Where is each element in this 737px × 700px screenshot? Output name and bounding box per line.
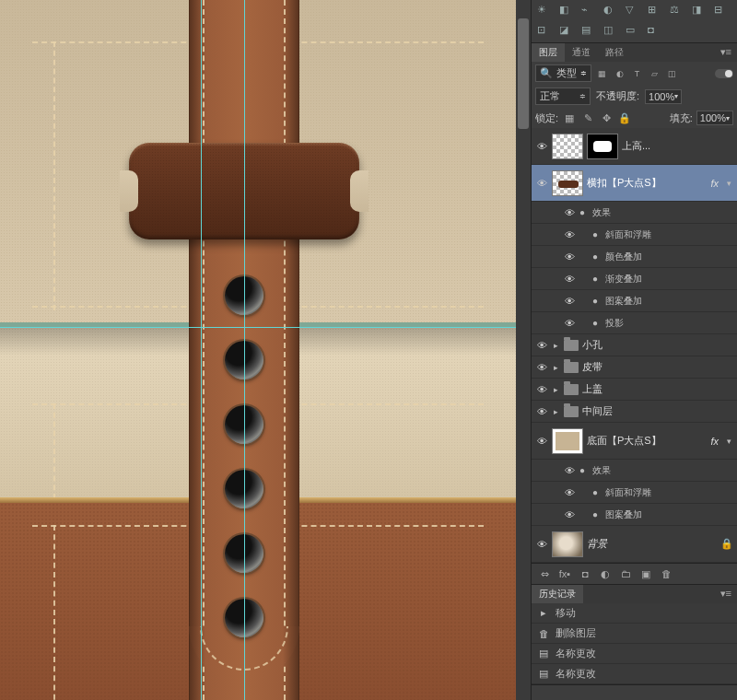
folder-icon [564, 406, 579, 417]
folder-icon [564, 362, 579, 373]
tab-paths[interactable]: 路径 [598, 43, 631, 62]
layer-row-selected[interactable]: 👁 横扣【P大点S】 fx ▾ [532, 165, 737, 202]
opacity-input[interactable]: 100%▾ [645, 89, 682, 104]
guide-vertical[interactable] [201, 0, 202, 700]
link-layers-icon[interactable]: ⇔ [535, 566, 554, 581]
vibrance-icon[interactable]: ▽ [626, 4, 642, 18]
tab-layers[interactable]: 图层 [532, 43, 565, 62]
panel-menu-icon[interactable]: ▾≡ [715, 43, 737, 62]
visibility-icon[interactable]: 👁 [535, 178, 548, 189]
fx-item[interactable]: 👁●斜面和浮雕 [532, 224, 737, 246]
filter-smart-icon[interactable]: ◫ [665, 67, 679, 80]
history-panel: 历史记录 ▾≡ ▸移动 🗑删除图层 ▤名称更改 ▤名称更改 [532, 585, 737, 685]
fx-item[interactable]: 👁●颜色叠加 [532, 246, 737, 268]
balance-icon[interactable]: ⚖ [670, 4, 686, 18]
canvas-area[interactable]: ⊞ ✦ ⇄ A| ¶ 添加图层 思缘设计论坛 WWW.MISSYUAN.COM [0, 0, 531, 700]
bw-icon[interactable]: ◨ [692, 4, 708, 18]
new-layer-icon[interactable]: ▣ [637, 566, 655, 581]
layer-row[interactable]: 👁 底面【P大点S】 fx ▾ [532, 423, 737, 460]
tab-channels[interactable]: 通道 [565, 43, 598, 62]
vertical-scrollbar[interactable] [516, 0, 531, 700]
fx-item[interactable]: 👁●投影 [532, 312, 737, 334]
chevron-down-icon[interactable]: ▾ [725, 179, 733, 188]
layer-list[interactable]: 👁 上高... 👁 横扣【P大点S】 fx ▾ 👁●效果 👁●斜面和浮雕 👁●颜… [532, 128, 737, 563]
selective-icon[interactable]: ◘ [648, 24, 664, 39]
lock-transparent-icon[interactable]: ▦ [562, 111, 577, 124]
visibility-icon[interactable]: 👁 [535, 436, 548, 447]
lock-icon: 🔒 [720, 538, 733, 550]
adjustments-panel: ☀ ◧ ⌁ ◐ ▽ ⊞ ⚖ ◨ ⊟ ⊡ ◪ ▤ ◫ ▭ ◘ [532, 0, 737, 43]
layer-background[interactable]: 👁 背景 🔒 [532, 526, 737, 563]
lock-pixels-icon[interactable]: ✎ [580, 111, 595, 124]
layers-panel: 图层 通道 路径 ▾≡ 🔍 类型 ≑ ▦ ◐ T ▱ ◫ 正常 [532, 43, 737, 585]
fx-header[interactable]: 👁●效果 [532, 460, 737, 482]
filter-type-icon[interactable]: T [630, 67, 644, 80]
layer-fx-icon[interactable]: fx▪ [556, 566, 574, 581]
adjustment-layer-icon[interactable]: ◐ [596, 566, 614, 581]
visibility-icon[interactable]: 👁 [535, 539, 548, 550]
chevron-down-icon: ≑ [579, 92, 586, 100]
delete-layer-icon[interactable]: 🗑 [657, 566, 675, 581]
fx-item[interactable]: 👁●渐变叠加 [532, 268, 737, 290]
opacity-label: 不透明度: [596, 89, 639, 103]
fill-input[interactable]: 100%▾ [696, 111, 733, 125]
layer-row[interactable]: 👁 上高... [532, 128, 737, 165]
guide-horizontal[interactable] [0, 327, 516, 328]
filter-adjust-icon[interactable]: ◐ [613, 67, 626, 80]
tab-history[interactable]: 历史记录 [532, 585, 583, 603]
group-icon[interactable]: 🗀 [616, 566, 635, 581]
lock-position-icon[interactable]: ✥ [599, 111, 614, 124]
fx-badge[interactable]: fx [708, 178, 721, 189]
fx-badge[interactable]: fx [708, 436, 721, 447]
gradmap-icon[interactable]: ▭ [626, 24, 642, 39]
lock-all-icon[interactable]: 🔒 [617, 111, 632, 124]
mixer-icon[interactable]: ⊟ [714, 4, 731, 18]
layer-mask-icon[interactable]: ◘ [576, 566, 594, 581]
visibility-icon[interactable]: 👁 [535, 141, 548, 152]
lock-label: 锁定: [535, 111, 558, 125]
fx-item[interactable]: 👁●图案叠加 [532, 290, 737, 312]
folder-icon [564, 340, 579, 351]
filter-shape-icon[interactable]: ▱ [648, 67, 661, 80]
layer-group[interactable]: 👁▸小孔 [532, 334, 737, 356]
hue-icon[interactable]: ⊞ [648, 4, 664, 18]
search-icon: 🔍 [540, 67, 553, 79]
filter-toggle[interactable] [715, 69, 733, 78]
guide-vertical[interactable] [244, 0, 245, 700]
panel-menu-icon[interactable]: ▾≡ [715, 585, 737, 603]
history-item[interactable]: ▤名称更改 [532, 664, 737, 684]
lookup-icon[interactable]: ⊡ [537, 24, 554, 39]
layer-group[interactable]: 👁▸皮带 [532, 356, 737, 379]
fx-item[interactable]: 👁●斜面和浮雕 [532, 482, 737, 504]
history-item[interactable]: 🗑删除图层 [532, 624, 737, 644]
history-item[interactable]: ▤名称更改 [532, 644, 737, 664]
layer-group[interactable]: 👁▸中间层 [532, 401, 737, 423]
invert-icon[interactable]: ◪ [559, 24, 576, 39]
levels-icon[interactable]: ◧ [559, 4, 576, 18]
layer-group[interactable]: 👁▸上盖 [532, 379, 737, 401]
posterize-icon[interactable]: ▤ [581, 24, 598, 39]
fill-label: 填充: [670, 111, 693, 125]
threshold-icon[interactable]: ◫ [603, 24, 620, 39]
exposure-icon[interactable]: ◐ [603, 4, 620, 18]
chevron-down-icon[interactable]: ▾ [725, 437, 733, 446]
filter-pixel-icon[interactable]: ▦ [595, 67, 609, 80]
layer-filter-type[interactable]: 🔍 类型 ≑ [535, 64, 591, 82]
blend-mode-dropdown[interactable]: 正常 ≑ [535, 88, 591, 105]
fx-header[interactable]: 👁●效果 [532, 202, 737, 224]
brightness-icon[interactable]: ☀ [537, 4, 554, 18]
curves-icon[interactable]: ⌁ [581, 4, 598, 18]
artwork [0, 0, 516, 700]
fx-item[interactable]: 👁●图案叠加 [532, 504, 737, 526]
history-item[interactable]: ▸移动 [532, 603, 737, 624]
folder-icon [564, 384, 579, 395]
